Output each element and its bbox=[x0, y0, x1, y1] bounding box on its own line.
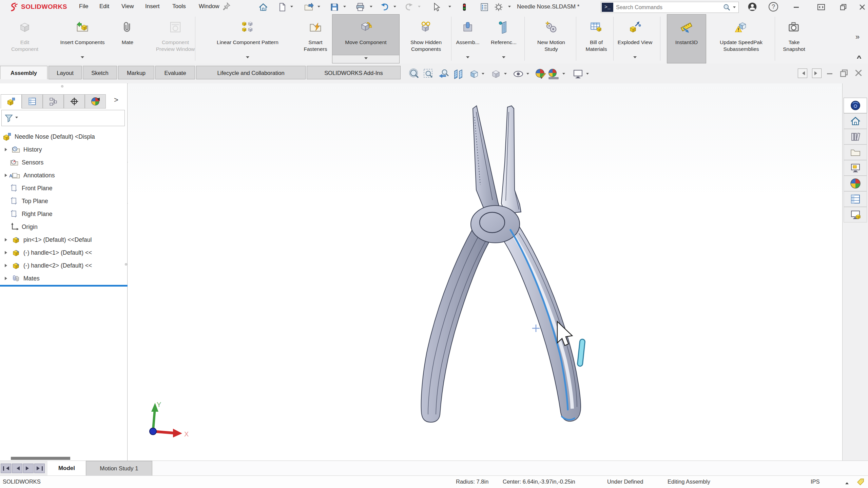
move-component-dropdown-strip[interactable] bbox=[332, 55, 399, 63]
options-gear-icon[interactable] bbox=[494, 2, 503, 12]
previous-tab-button[interactable] bbox=[12, 464, 22, 473]
mate-button[interactable]: Mate bbox=[117, 15, 138, 63]
rollback-bar[interactable] bbox=[0, 285, 128, 287]
previous-view-icon[interactable] bbox=[438, 69, 449, 79]
view-settings-icon[interactable] bbox=[573, 69, 583, 79]
drag-handle-bar[interactable] bbox=[577, 339, 585, 366]
insert-components-button[interactable]: Insert Components bbox=[49, 15, 116, 63]
menu-pin-icon[interactable] bbox=[222, 2, 232, 11]
tree-item-top-plane[interactable]: Top Plane bbox=[0, 195, 127, 208]
print-dropdown-caret[interactable] bbox=[370, 6, 372, 9]
save-icon[interactable] bbox=[330, 2, 339, 12]
select-pointer-icon[interactable] bbox=[431, 2, 441, 12]
tree-filter-box[interactable] bbox=[1, 110, 125, 126]
tab-solidworks-addins[interactable]: SOLIDWORKS Add-Ins bbox=[307, 66, 401, 79]
tab-sketch[interactable]: Sketch bbox=[83, 66, 117, 79]
statusbar-units[interactable]: IPS bbox=[811, 479, 820, 485]
right-jaw[interactable] bbox=[501, 106, 521, 214]
menu-file[interactable]: File bbox=[79, 3, 88, 10]
filter-funnel-icon[interactable] bbox=[4, 114, 13, 122]
close-button[interactable] bbox=[857, 3, 867, 12]
displaymanager-tab[interactable] bbox=[85, 94, 106, 109]
exploded-view-button[interactable]: Exploded View bbox=[615, 15, 655, 63]
propertymanager-tab[interactable] bbox=[22, 94, 43, 109]
linear-pattern-dropdown-caret[interactable] bbox=[246, 56, 249, 60]
undo-dropdown-caret[interactable] bbox=[393, 6, 396, 9]
search-commands-box[interactable]: >_ bbox=[601, 2, 739, 13]
featuremanager-tree-tab[interactable] bbox=[1, 94, 22, 109]
taskpane-appearances-button[interactable] bbox=[844, 176, 867, 191]
taskpane-resources-button[interactable] bbox=[844, 113, 867, 129]
search-dropdown-caret[interactable] bbox=[733, 6, 736, 9]
expand-arrow-icon[interactable] bbox=[5, 251, 9, 254]
tree-item-annotations[interactable]: A Annotations bbox=[0, 169, 127, 182]
instant3d-button[interactable]: Instant3D bbox=[667, 14, 706, 63]
left-jaw[interactable] bbox=[473, 106, 499, 212]
expand-arrow-icon[interactable] bbox=[5, 264, 9, 267]
tree-item-history[interactable]: History bbox=[0, 143, 127, 156]
ribbon-overflow-button[interactable]: » bbox=[855, 33, 859, 41]
undo-icon[interactable] bbox=[380, 2, 389, 12]
evaluation-list-icon[interactable] bbox=[480, 2, 489, 12]
needle-nose-pliers-model[interactable]: Y X bbox=[128, 83, 842, 461]
panel-width-handle[interactable] bbox=[125, 263, 127, 266]
hide-show-caret[interactable] bbox=[526, 73, 529, 76]
restore-button[interactable] bbox=[838, 3, 848, 12]
panel-tabs-expand[interactable]: > bbox=[114, 96, 118, 104]
home-button-icon[interactable] bbox=[258, 2, 268, 12]
dimxpertmanager-tab[interactable] bbox=[64, 94, 85, 109]
tree-root[interactable]: Needle Nose (Default) <Displa bbox=[0, 130, 127, 143]
doc-minimize-icon[interactable] bbox=[827, 73, 832, 74]
taskpane-view-palette-button[interactable] bbox=[844, 160, 867, 176]
tree-item-handle1[interactable]: (-) handle<1> (Default) << bbox=[0, 246, 127, 259]
left-handle[interactable] bbox=[421, 220, 490, 422]
view-orientation-caret[interactable] bbox=[482, 73, 484, 76]
save-dropdown-caret[interactable] bbox=[343, 6, 346, 9]
apply-scene-caret[interactable] bbox=[562, 73, 565, 76]
tree-item-handle2[interactable]: (-) handle<2> (Default) << bbox=[0, 259, 127, 272]
next-tab-button[interactable] bbox=[23, 464, 34, 473]
tab-markup[interactable]: Markup bbox=[118, 66, 154, 79]
new-motion-study-button[interactable]: New MotionStudy bbox=[528, 15, 575, 63]
search-input[interactable] bbox=[613, 4, 723, 11]
take-snapshot-button[interactable]: TakeSnapshot bbox=[776, 15, 812, 63]
open-dropdown-caret[interactable] bbox=[317, 6, 320, 9]
view-settings-caret[interactable] bbox=[586, 73, 589, 76]
panel-splitter-handle[interactable] bbox=[61, 85, 63, 87]
expand-arrow-icon[interactable] bbox=[5, 148, 9, 151]
panel-horizontal-scrollbar[interactable] bbox=[11, 457, 70, 460]
section-view-icon[interactable] bbox=[453, 69, 464, 79]
menu-edit[interactable]: Edit bbox=[99, 3, 109, 10]
tab-assembly[interactable]: Assembly bbox=[0, 66, 47, 79]
view-orientation-icon[interactable] bbox=[469, 69, 480, 79]
menu-tools[interactable]: Tools bbox=[172, 3, 186, 10]
move-component-button[interactable]: Move Component bbox=[332, 14, 400, 63]
minimize-button[interactable] bbox=[791, 3, 801, 12]
first-tab-button[interactable] bbox=[1, 464, 11, 473]
ribbon-collapse-button[interactable]: ʌ bbox=[857, 53, 861, 60]
model-viewport[interactable]: Y X bbox=[128, 83, 842, 461]
options-dropdown-caret[interactable] bbox=[508, 6, 511, 9]
taskpane-file-explorer-button[interactable] bbox=[844, 144, 867, 160]
tag-icon[interactable] bbox=[856, 477, 865, 486]
doc-restore-icon[interactable] bbox=[840, 69, 848, 77]
menu-view[interactable]: View bbox=[121, 3, 134, 10]
motion-study-tab[interactable]: Motion Study 1 bbox=[86, 461, 152, 476]
zoom-to-fit-icon[interactable] bbox=[409, 69, 420, 79]
model-tab[interactable]: Model bbox=[47, 461, 86, 476]
collapse-right-pane-button[interactable] bbox=[812, 69, 822, 78]
smart-fasteners-button[interactable]: SmartFasteners bbox=[298, 15, 333, 63]
tree-item-origin[interactable]: Origin bbox=[0, 220, 127, 233]
tree-item-pin[interactable]: pin<1> (Default) <<Defaul bbox=[0, 233, 127, 246]
update-speedpak-button[interactable]: Update SpeedPakSubassemblies bbox=[708, 15, 774, 63]
insert-components-dropdown-caret[interactable] bbox=[81, 56, 84, 60]
collapse-left-pane-button[interactable] bbox=[798, 69, 807, 78]
tab-layout[interactable]: Layout bbox=[49, 66, 82, 79]
print-icon[interactable] bbox=[355, 2, 365, 12]
pivot-boss[interactable] bbox=[471, 206, 520, 243]
taskpane-3dexperience-button[interactable] bbox=[844, 98, 867, 113]
reference-geometry-button[interactable]: Referenc... bbox=[487, 15, 520, 63]
last-tab-button[interactable] bbox=[34, 464, 45, 473]
tree-item-mates[interactable]: Mates bbox=[0, 272, 127, 285]
units-up-caret[interactable] bbox=[845, 481, 849, 484]
